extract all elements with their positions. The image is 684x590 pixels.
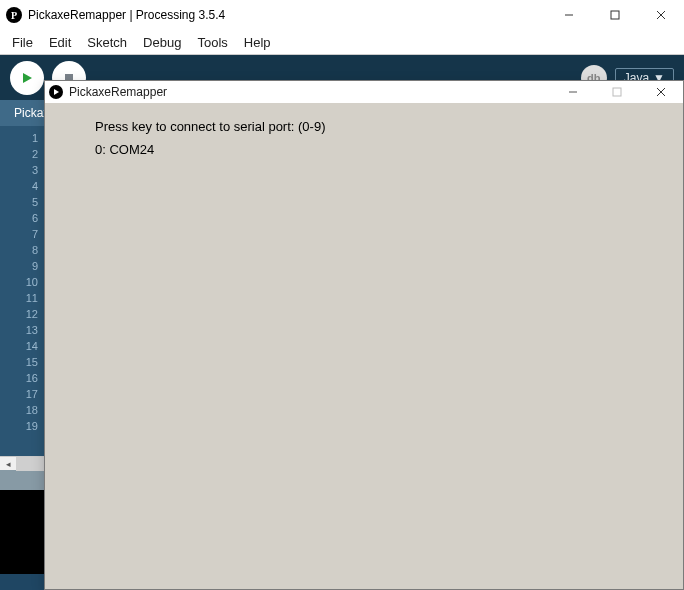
- sketch-window: PickaxeRemapper Press key to connect to …: [44, 80, 684, 590]
- svg-rect-1: [611, 11, 619, 19]
- svg-marker-4: [23, 73, 32, 83]
- sketch-minimize-button[interactable]: [551, 81, 595, 103]
- line-number: 14: [0, 338, 38, 354]
- window-title: PickaxeRemapper | Processing 3.5.4: [28, 8, 546, 22]
- line-number: 3: [0, 162, 38, 178]
- line-number: 8: [0, 242, 38, 258]
- menu-help[interactable]: Help: [236, 32, 279, 53]
- processing-icon: P: [6, 7, 22, 23]
- sketch-close-button[interactable]: [639, 81, 683, 103]
- line-number: 2: [0, 146, 38, 162]
- line-number: 12: [0, 306, 38, 322]
- line-number: 5: [0, 194, 38, 210]
- prompt-text: Press key to connect to serial port: (0-…: [95, 119, 633, 134]
- sketch-canvas[interactable]: Press key to connect to serial port: (0-…: [45, 103, 683, 589]
- svg-rect-8: [613, 88, 621, 96]
- maximize-button[interactable]: [592, 0, 638, 30]
- line-number: 16: [0, 370, 38, 386]
- line-number: 1: [0, 130, 38, 146]
- close-button[interactable]: [638, 0, 684, 30]
- main-titlebar: P PickaxeRemapper | Processing 3.5.4: [0, 0, 684, 30]
- line-number: 13: [0, 322, 38, 338]
- line-number: 10: [0, 274, 38, 290]
- run-button[interactable]: [10, 61, 44, 95]
- sketch-window-controls: [551, 81, 683, 103]
- scroll-left-icon[interactable]: ◂: [0, 457, 16, 471]
- line-number: 18: [0, 402, 38, 418]
- line-number: 17: [0, 386, 38, 402]
- port-option-0: 0: COM24: [95, 142, 633, 157]
- line-number: 9: [0, 258, 38, 274]
- menu-file[interactable]: File: [4, 32, 41, 53]
- line-number: 4: [0, 178, 38, 194]
- sketch-icon: [49, 85, 63, 99]
- menu-debug[interactable]: Debug: [135, 32, 189, 53]
- menu-sketch[interactable]: Sketch: [79, 32, 135, 53]
- minimize-button[interactable]: [546, 0, 592, 30]
- sketch-titlebar: PickaxeRemapper: [45, 81, 683, 103]
- sketch-maximize-button: [595, 81, 639, 103]
- menu-edit[interactable]: Edit: [41, 32, 79, 53]
- svg-marker-6: [54, 89, 59, 95]
- line-number: 11: [0, 290, 38, 306]
- line-number: 15: [0, 354, 38, 370]
- app-icon-letter: P: [11, 10, 17, 21]
- sketch-title: PickaxeRemapper: [69, 85, 551, 99]
- line-number: 19: [0, 418, 38, 434]
- line-number: 6: [0, 210, 38, 226]
- window-controls: [546, 0, 684, 30]
- menubar: File Edit Sketch Debug Tools Help: [0, 30, 684, 55]
- line-gutter: 1 2 3 4 5 6 7 8 9 10 11 12 13 14 15 16 1…: [0, 126, 44, 456]
- line-number: 7: [0, 226, 38, 242]
- menu-tools[interactable]: Tools: [189, 32, 235, 53]
